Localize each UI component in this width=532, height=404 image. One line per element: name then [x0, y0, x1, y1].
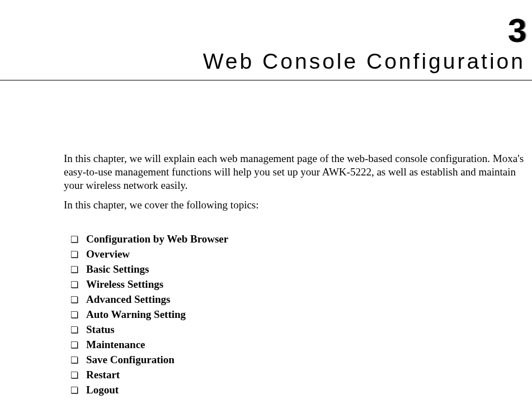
square-bullet-icon: ❏: [70, 310, 86, 320]
content-area: In this chapter, we will explain each we…: [64, 152, 526, 399]
square-bullet-icon: ❏: [70, 355, 86, 365]
square-bullet-icon: ❏: [70, 234, 86, 245]
topic-label: Overview: [86, 248, 130, 260]
list-item: ❏ Configuration by Web Browser: [70, 233, 526, 245]
title-divider: [0, 80, 532, 80]
chapter-title: Web Console Configuration: [203, 49, 525, 74]
topic-label: Wireless Settings: [86, 278, 163, 291]
topic-label: Save Configuration: [86, 354, 175, 366]
list-item: ❏ Logout: [70, 384, 526, 396]
topics-list: ❏ Configuration by Web Browser ❏ Overvie…: [64, 233, 526, 396]
list-item: ❏ Maintenance: [70, 339, 526, 351]
list-item: ❏ Status: [70, 324, 526, 336]
list-item: ❏ Save Configuration: [70, 354, 526, 366]
topic-label: Advanced Settings: [86, 293, 170, 306]
square-bullet-icon: ❏: [70, 325, 86, 335]
topic-label: Auto Warning Setting: [86, 308, 186, 321]
list-item: ❏ Basic Settings: [70, 263, 526, 275]
intro-paragraph-1: In this chapter, we will explain each we…: [64, 152, 526, 192]
list-item: ❏ Restart: [70, 369, 526, 381]
topic-label: Maintenance: [86, 339, 145, 351]
square-bullet-icon: ❏: [70, 249, 86, 260]
square-bullet-icon: ❏: [70, 264, 86, 275]
list-item: ❏ Auto Warning Setting: [70, 308, 526, 321]
square-bullet-icon: ❏: [70, 370, 86, 381]
topic-label: Status: [86, 324, 115, 336]
chapter-number: 3: [508, 11, 525, 50]
topic-label: Restart: [86, 369, 120, 381]
list-item: ❏ Wireless Settings: [70, 278, 526, 291]
topic-label: Logout: [86, 384, 119, 396]
topic-label: Basic Settings: [86, 263, 149, 275]
list-item: ❏ Overview: [70, 248, 526, 260]
square-bullet-icon: ❏: [70, 294, 86, 305]
topic-label: Configuration by Web Browser: [86, 233, 228, 245]
square-bullet-icon: ❏: [70, 385, 86, 396]
square-bullet-icon: ❏: [70, 279, 86, 290]
list-item: ❏ Advanced Settings: [70, 293, 526, 306]
square-bullet-icon: ❏: [70, 340, 86, 350]
intro-paragraph-2: In this chapter, we cover the following …: [64, 198, 526, 212]
